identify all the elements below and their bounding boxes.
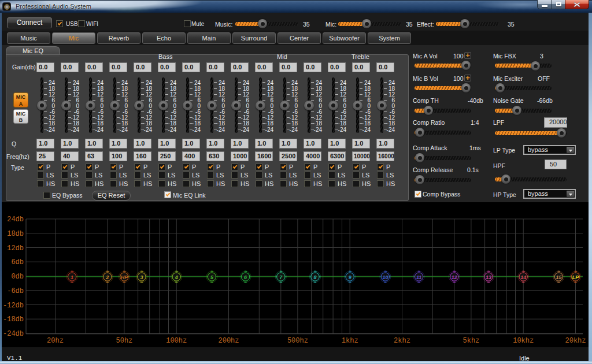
svg-text:2khz: 2khz — [394, 337, 410, 345]
svg-text:14: 14 — [520, 274, 526, 280]
svg-text:5khz: 5khz — [462, 337, 479, 345]
svg-text:2: 2 — [105, 274, 109, 280]
svg-text:100hz: 100hz — [166, 337, 187, 345]
svg-text:12: 12 — [452, 274, 457, 280]
svg-text:200hz: 200hz — [218, 337, 239, 345]
svg-text:LP: LP — [572, 274, 579, 280]
svg-text:50hz: 50hz — [116, 337, 132, 345]
svg-text:11: 11 — [416, 274, 421, 280]
svg-text:24db: 24db — [7, 216, 24, 224]
svg-text:20khz: 20khz — [565, 337, 586, 345]
svg-text:0db: 0db — [11, 273, 24, 281]
svg-text:-24db: -24db — [3, 330, 24, 338]
svg-text:500hz: 500hz — [287, 337, 308, 345]
svg-text:10khz: 10khz — [513, 337, 534, 345]
svg-text:HP: HP — [121, 274, 128, 280]
svg-text:13: 13 — [486, 274, 491, 280]
svg-text:6db: 6db — [11, 258, 24, 266]
svg-text:-18db: -18db — [3, 315, 24, 324]
svg-text:-6db: -6db — [7, 287, 24, 295]
svg-text:15: 15 — [556, 274, 562, 280]
svg-text:-12db: -12db — [3, 302, 24, 310]
svg-text:10: 10 — [382, 274, 388, 280]
svg-text:8: 8 — [313, 274, 316, 280]
svg-text:1khz: 1khz — [342, 337, 358, 345]
svg-text:4: 4 — [175, 274, 178, 280]
svg-text:3: 3 — [140, 274, 143, 280]
svg-text:9: 9 — [349, 274, 352, 280]
svg-text:18db: 18db — [7, 230, 24, 238]
svg-text:12db: 12db — [7, 244, 24, 252]
svg-text:20hz: 20hz — [47, 337, 64, 345]
svg-text:1: 1 — [71, 274, 73, 280]
